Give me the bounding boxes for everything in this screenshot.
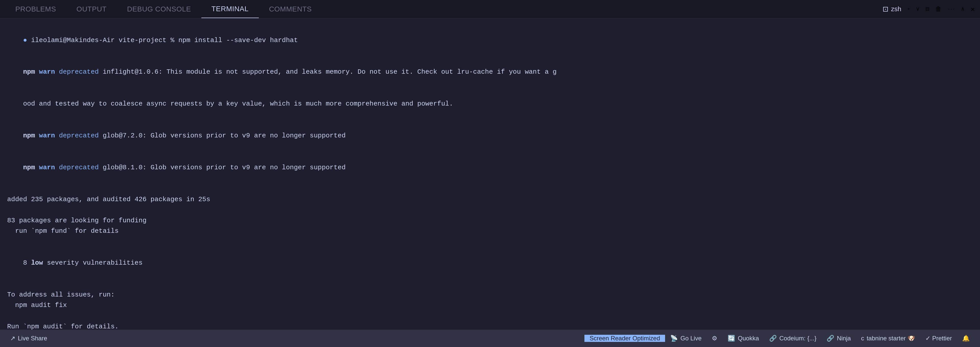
warn-space-6 — [55, 164, 59, 171]
live-share-label: Live Share — [18, 335, 47, 342]
quokka-button[interactable]: 🔄 Quokka — [722, 335, 764, 342]
tab-bar-actions: ⊡ zsh + ∨ ⊟ 🗑 ··· ∧ ✕ — [883, 5, 975, 14]
terminal-line-runaudit: Run `npm audit` for details. — [7, 322, 973, 330]
terminal-line-added: added 235 packages, and audited 426 pack… — [7, 194, 973, 205]
tab-comments[interactable]: COMMENTS — [259, 0, 322, 18]
quokka-icon: ⚙ — [712, 335, 718, 342]
terminal-line-address2: npm audit fix — [7, 300, 973, 311]
warn-text-1b: ood and tested way to coalesce async req… — [23, 100, 453, 108]
deprecated-label-1: deprecated — [59, 68, 99, 76]
maximize-panel-button[interactable]: ∧ — [961, 6, 964, 13]
tabnine-label: tabnine starter 🐶 — [867, 335, 915, 342]
prompt-dot-1: ● — [23, 36, 27, 44]
terminal-line-warn1b: ood and tested way to coalesce async req… — [7, 88, 973, 120]
live-share-icon: ↗ — [10, 335, 15, 342]
warn-space-2 — [55, 68, 59, 76]
screen-reader-button[interactable]: Screen Reader Optimized — [584, 335, 665, 342]
terminal-line-warn2: npm warn deprecated glob@7.2.0: Glob ver… — [7, 120, 973, 152]
tab-output[interactable]: OUTPUT — [66, 0, 117, 18]
ninja-button[interactable]: 🔗 Ninja — [821, 335, 856, 342]
go-live-icon: 📡 — [670, 335, 678, 342]
terminal-line-warn3: npm warn deprecated glob@8.1.0: Glob ver… — [7, 152, 973, 184]
go-live-label: Go Live — [680, 335, 702, 342]
delete-terminal-button[interactable]: 🗑 — [935, 5, 942, 13]
terminal-line-empty2 — [7, 205, 973, 215]
vuln-number: 8 — [23, 259, 31, 267]
shell-name: zsh — [891, 5, 901, 13]
terminal-line-warn1a: npm warn deprecated inflight@1.0.6: This… — [7, 56, 973, 88]
quokka-label: Quokka — [738, 335, 759, 342]
vuln-text: severity vulnerabilities — [43, 259, 142, 267]
screen-reader-label: Screen Reader Optimized — [590, 335, 660, 342]
prompt-symbol-1: % — [170, 36, 175, 44]
quokka-icon2: 🔄 — [728, 335, 735, 342]
warn-text-2: glob@7.2.0: Glob versions prior to v9 ar… — [99, 132, 345, 139]
warn-space-3 — [35, 132, 39, 139]
codeium-icon: 🔗 — [769, 335, 777, 342]
tabnine-icon: c — [861, 335, 864, 342]
vuln-bold: low — [31, 259, 43, 267]
status-bar: ↗ Live Share Screen Reader Optimized 📡 G… — [0, 330, 980, 347]
tab-terminal[interactable]: TERMINAL — [201, 0, 259, 18]
warn-label-1: warn — [39, 68, 55, 76]
terminal-line-1: ● ileolami@Makindes-Air vite-project % n… — [7, 24, 973, 56]
codeium-button[interactable]: 🔗 Codeium: {...} — [764, 335, 821, 342]
more-actions-button[interactable]: ··· — [948, 7, 955, 11]
prettier-label: ✓ Prettier — [925, 335, 952, 342]
status-bar-left: ↗ Live Share — [5, 335, 52, 342]
terminal-line-empty5 — [7, 311, 973, 322]
status-bar-right: Screen Reader Optimized 📡 Go Live ⚙ 🔄 Qu… — [584, 335, 975, 342]
warn-space-5 — [35, 164, 39, 171]
split-terminal-button[interactable]: ⊟ — [926, 5, 929, 13]
warn-text-3: glob@8.1.0: Glob versions prior to v9 ar… — [99, 164, 345, 171]
npm-text-2: npm — [23, 132, 35, 139]
chevron-down-icon[interactable]: ∨ — [916, 6, 919, 13]
terminal-line-vuln: 8 low severity vulnerabilities — [7, 247, 973, 279]
bell-button[interactable]: 🔔 — [957, 335, 975, 342]
deprecated-label-3: deprecated — [59, 164, 99, 171]
prettier-button[interactable]: ✓ Prettier — [920, 335, 957, 342]
codeium-label: Codeium: {...} — [780, 335, 816, 342]
tab-debug-console[interactable]: DEBUG CONSOLE — [117, 0, 201, 18]
live-share-button[interactable]: ↗ Live Share — [5, 335, 52, 342]
quokka-icon-btn[interactable]: ⚙ — [707, 335, 722, 342]
warn-label-3: warn — [39, 164, 55, 171]
terminal-icon: ⊡ — [883, 5, 888, 13]
go-live-button[interactable]: 📡 Go Live — [665, 335, 707, 342]
prompt-user-1: ileolami@Makindes-Air vite-project — [27, 36, 170, 44]
tabnine-button[interactable]: c tabnine starter 🐶 — [856, 335, 920, 342]
warn-text-1: inflight@1.0.6: This module is not suppo… — [99, 68, 557, 76]
terminal-line-address1: To address all issues, run: — [7, 290, 973, 300]
bell-icon: 🔔 — [962, 335, 970, 342]
terminal-line-empty4 — [7, 279, 973, 290]
warn-space-1 — [35, 68, 39, 76]
warn-label-2: warn — [39, 132, 55, 139]
terminal-line-funding2: run `npm fund` for details — [7, 226, 973, 237]
npm-text-1: npm — [23, 68, 35, 76]
npm-text-3: npm — [23, 164, 35, 171]
deprecated-label-2: deprecated — [59, 132, 99, 139]
add-terminal-button[interactable]: + — [907, 7, 910, 11]
ninja-label: Ninja — [837, 335, 851, 342]
terminal-shell-info: ⊡ zsh — [883, 5, 901, 13]
prompt-command-1: npm install --save-dev hardhat — [174, 36, 298, 44]
terminal-line-empty1 — [7, 184, 973, 194]
ninja-icon: 🔗 — [827, 335, 834, 342]
terminal-line-empty3 — [7, 237, 973, 247]
warn-space-4 — [55, 132, 59, 139]
close-panel-button[interactable]: ✕ — [970, 5, 975, 14]
terminal-line-funding1: 83 packages are looking for funding — [7, 215, 973, 226]
tab-problems[interactable]: PROBLEMS — [5, 0, 66, 18]
tab-bar: PROBLEMS OUTPUT DEBUG CONSOLE TERMINAL C… — [0, 0, 980, 18]
terminal-content: ● ileolami@Makindes-Air vite-project % n… — [0, 18, 980, 330]
